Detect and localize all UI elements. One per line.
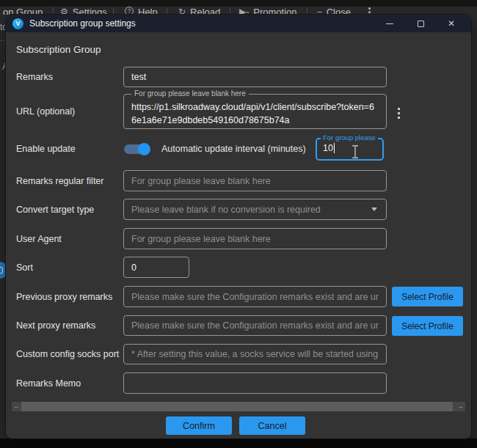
menu-separator [113, 7, 114, 15]
background-divider [0, 40, 6, 41]
row-remarks: Remarks [6, 67, 471, 87]
menu-item-reload[interactable]: ↻ Reload [178, 7, 220, 15]
user-agent-label: User Agent [16, 234, 62, 244]
next-proxy-select-profile-button[interactable]: Select Profile [392, 316, 463, 336]
next-proxy-input[interactable] [123, 315, 387, 336]
remarks-input[interactable] [123, 67, 387, 87]
row-enable-update: Enable update Automatic update interval … [6, 142, 471, 155]
menu-label: Reload [190, 7, 220, 15]
convert-target-placeholder: Please leave blank if no conversion is r… [131, 205, 371, 215]
row-next-proxy: Next proxy remarks Select Profile [6, 315, 471, 336]
scrollbar-thumb[interactable] [21, 402, 453, 411]
menu-label: on Group [3, 7, 43, 15]
menu-separator [167, 7, 167, 15]
interval-label: Automatic update interval (minutes) [161, 144, 306, 154]
menu-item-settings[interactable]: ⚙ Settings [60, 7, 107, 15]
row-url: URL (optional) For group please leave bl… [6, 94, 471, 129]
close-button[interactable]: ✕ [436, 15, 467, 32]
section-heading: Subscription Group [16, 44, 101, 55]
url-label: URL (optional) [16, 106, 75, 117]
speaker-icon: ▶˵ [239, 7, 249, 15]
minimize-button[interactable] [374, 15, 405, 32]
socks-port-label: Custom config socks port [16, 349, 119, 359]
mouse-cursor-ibeam [351, 144, 360, 159]
row-previous-proxy: Previous proxy remarks Select Profile [6, 286, 471, 307]
sort-label: Sort [16, 262, 33, 273]
subscription-group-settings-dialog: V Subscription group settings ✕ Subscrip… [6, 15, 471, 438]
chevron-down-icon [371, 208, 377, 211]
minimize-icon [386, 23, 393, 24]
row-convert-target: Convert target type Please leave blank i… [6, 199, 471, 220]
remarks-label: Remarks [16, 72, 53, 82]
app-logo-icon: V [12, 18, 23, 29]
row-socks-port: Custom config socks port [6, 344, 471, 364]
horizontal-scrollbar[interactable]: ← → [12, 402, 465, 411]
scrollbar-right-arrow-icon[interactable]: → [456, 402, 465, 411]
confirm-button[interactable]: Confirm [166, 416, 232, 435]
window-controls: ✕ [374, 15, 467, 32]
previous-proxy-input[interactable] [123, 286, 387, 307]
enable-update-label: Enable update [16, 144, 76, 154]
remarks-memo-input[interactable] [123, 372, 387, 394]
gear-icon: ⚙ [60, 7, 68, 15]
maximize-icon [418, 21, 424, 27]
socks-port-input[interactable] [123, 344, 387, 364]
url-group-box[interactable]: For group please leave blank here https:… [123, 94, 387, 129]
cancel-button[interactable]: Cancel [239, 416, 305, 435]
menu-label: Close [327, 7, 351, 15]
row-user-agent: User Agent [6, 228, 471, 249]
menu-item-promotion[interactable]: ▶˵ Promotion [239, 7, 296, 15]
dialog-titlebar: V Subscription group settings ✕ [6, 15, 471, 32]
dash-icon: – [317, 7, 322, 15]
convert-target-dropdown[interactable]: Please leave blank if no conversion is r… [123, 199, 387, 220]
sort-input[interactable] [123, 257, 189, 278]
interval-input-focused[interactable]: For group please 10 [316, 138, 384, 161]
previous-proxy-select-profile-button[interactable]: Select Profile [392, 287, 463, 306]
menu-label: Help [138, 7, 158, 15]
row-remarks-filter: Remarks regular filter [6, 170, 471, 191]
menu-label: Promotion [253, 7, 296, 15]
menu-item-close[interactable]: – Close [317, 7, 351, 15]
menu-item-subscription-group[interactable]: on Group [3, 7, 43, 15]
next-proxy-label: Next proxy remarks [16, 320, 95, 331]
enable-update-toggle[interactable] [123, 143, 150, 155]
interval-value: 10 [323, 143, 333, 153]
menu-kebab-icon[interactable] [368, 7, 371, 15]
previous-proxy-label: Previous proxy remarks [16, 292, 112, 302]
row-sort: Sort [6, 257, 471, 278]
remarks-memo-label: Remarks Memo [16, 378, 81, 389]
menu-item-help[interactable]: ? Help [125, 7, 158, 15]
help-icon: ? [125, 7, 134, 15]
toggle-knob [138, 143, 150, 155]
menu-separator [230, 7, 230, 15]
menu-label: Settings [73, 7, 107, 15]
row-remarks-memo: Remarks Memo [6, 372, 471, 394]
menu-separator [307, 7, 307, 15]
background-menubar: on Group ⚙ Settings ? Help ↻ Reload ▶˵ P… [0, 0, 477, 15]
menu-separator [53, 7, 54, 15]
user-agent-input[interactable] [123, 228, 387, 249]
url-more-options-kebab-icon[interactable] [393, 103, 404, 122]
reload-icon: ↻ [178, 7, 186, 15]
background-bottom-bar [0, 438, 477, 448]
interval-legend: For group please [321, 133, 378, 142]
remarks-filter-input[interactable] [123, 170, 387, 191]
url-group-legend: For group please leave blank here [131, 89, 249, 98]
convert-target-label: Convert target type [16, 205, 94, 215]
remarks-filter-label: Remarks regular filter [16, 176, 103, 186]
text-caret [334, 143, 335, 153]
url-value[interactable]: https://p1.silkroadway.cloud/api/v1/clie… [124, 95, 386, 130]
dialog-title: Subscription group settings [29, 18, 136, 29]
maximize-button[interactable] [405, 15, 436, 32]
scrollbar-left-arrow-icon[interactable]: ← [12, 402, 21, 411]
screen: on Group ⚙ Settings ? Help ↻ Reload ▶˵ P… [0, 0, 477, 448]
